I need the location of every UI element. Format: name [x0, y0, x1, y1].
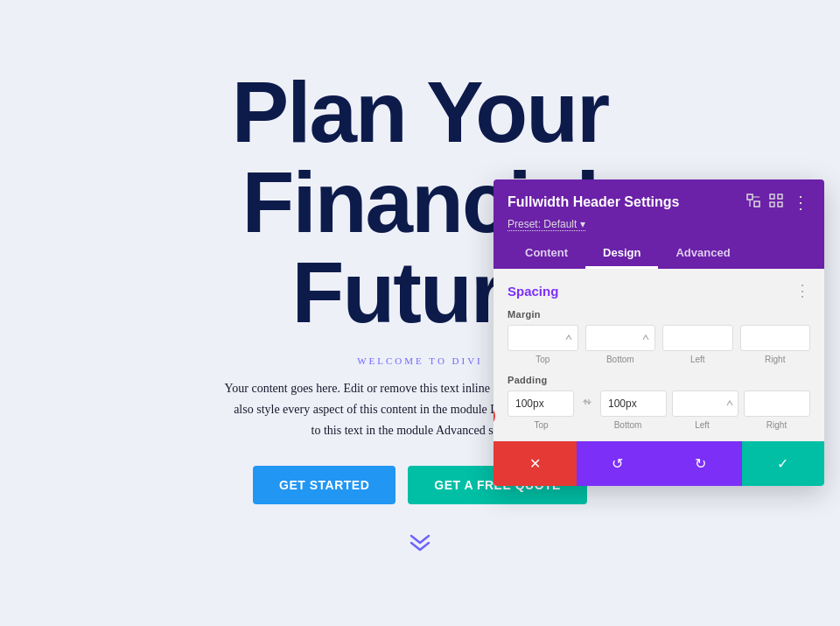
padding-bottom-input[interactable]: [600, 390, 667, 417]
margin-col-labels: Top Bottom Left Right: [508, 355, 810, 364]
panel-tabs: Content Design Advanced: [508, 239, 810, 269]
settings-panel: Fullwidth Header Settings: [494, 179, 824, 486]
scroll-chevron[interactable]: [408, 532, 432, 559]
padding-label: Padding: [508, 375, 810, 385]
margin-bottom-wrap: [585, 325, 656, 351]
panel-header-icons: ⋮: [746, 192, 810, 213]
spacing-section: Spacing ⋮ Margin: [494, 269, 824, 440]
margin-top-wrap: [508, 325, 578, 351]
spacing-menu-icon[interactable]: ⋮: [794, 281, 810, 300]
margin-left-wrap: [662, 325, 733, 351]
padding-bottom-label: Bottom: [594, 420, 662, 430]
redo-button[interactable]: ↻: [659, 441, 742, 486]
padding-top-label: Top: [508, 420, 575, 430]
svg-rect-5: [778, 194, 782, 199]
hero-section: Plan Your Financial Future Welcome to Di…: [0, 0, 840, 626]
spacing-section-title: Spacing: [508, 284, 558, 299]
margin-left-label: Left: [662, 355, 733, 364]
padding-left-icon: [725, 398, 734, 409]
panel-body: Spacing ⋮ Margin: [494, 269, 824, 440]
padding-right-input[interactable]: [744, 390, 810, 417]
padding-right-wrap: [744, 390, 810, 417]
margin-inputs: [508, 325, 810, 351]
get-started-button[interactable]: Get Started: [253, 466, 396, 504]
panel-footer: ✕ ↺ ↻ ✓: [494, 440, 824, 486]
undo-button[interactable]: ↺: [577, 441, 660, 486]
spacing-header: Spacing ⋮: [494, 269, 824, 309]
padding-group: Padding: [494, 375, 824, 440]
margin-label: Margin: [508, 309, 810, 320]
margin-bottom-label: Bottom: [585, 355, 656, 364]
padding-inputs: [508, 390, 810, 417]
padding-top-wrap: [508, 390, 574, 417]
padding-bottom-wrap: [600, 390, 667, 417]
svg-rect-7: [778, 202, 782, 207]
panel-header: Fullwidth Header Settings: [494, 179, 824, 269]
svg-rect-1: [754, 201, 760, 207]
tab-advanced[interactable]: Advanced: [658, 239, 747, 269]
panel-title: Fullwidth Header Settings: [508, 194, 679, 210]
padding-left-wrap: [672, 390, 738, 417]
save-button[interactable]: ✓: [742, 441, 825, 486]
expand-icon[interactable]: [746, 193, 760, 211]
margin-top-icon: [564, 333, 573, 343]
grid-icon[interactable]: [769, 193, 783, 211]
padding-right-label: Right: [743, 420, 810, 430]
more-options-icon[interactable]: ⋮: [792, 192, 810, 213]
padding-top-input[interactable]: [508, 390, 574, 417]
cancel-button[interactable]: ✕: [494, 441, 577, 486]
panel-preset[interactable]: Preset: Default ▾: [508, 218, 810, 230]
panel-header-top: Fullwidth Header Settings: [508, 192, 810, 213]
svg-rect-0: [747, 194, 752, 200]
tab-design[interactable]: Design: [585, 239, 658, 269]
padding-col-labels: Top Bottom Left Right: [508, 420, 810, 430]
margin-left-input[interactable]: [662, 325, 733, 351]
margin-top-label: Top: [508, 355, 578, 364]
padding-left-label: Left: [668, 420, 736, 430]
margin-right-wrap: [740, 325, 811, 351]
hero-subtitle: Welcome to Divi: [357, 355, 483, 366]
hero-title-line1: Plan Your: [232, 64, 608, 160]
svg-rect-6: [770, 202, 774, 207]
svg-rect-4: [770, 194, 774, 199]
margin-right-label: Right: [740, 355, 811, 364]
padding-link-icon[interactable]: [579, 396, 595, 411]
margin-group: Margin: [494, 309, 824, 375]
margin-right-input[interactable]: [740, 325, 811, 351]
margin-bottom-icon: [641, 333, 650, 343]
tab-content[interactable]: Content: [508, 239, 585, 269]
